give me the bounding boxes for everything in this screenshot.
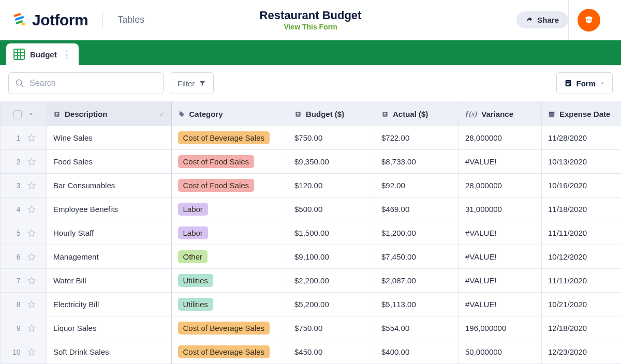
cell-category[interactable]: Cost of Beverage Sales xyxy=(171,316,288,340)
row-select-cell[interactable]: 2 xyxy=(1,150,47,174)
cell-description[interactable]: Water Bill xyxy=(47,269,171,293)
cell-category[interactable]: Other xyxy=(171,245,288,269)
cell-actual[interactable]: $92.00 xyxy=(375,174,459,198)
cell-actual[interactable]: $7,450.00 xyxy=(375,245,459,269)
cell-budget[interactable]: $5,200.00 xyxy=(288,293,375,316)
star-icon[interactable] xyxy=(27,205,36,214)
filter-button[interactable]: Filter xyxy=(170,72,214,94)
cell-description[interactable]: Food Sales xyxy=(47,150,171,174)
star-icon[interactable] xyxy=(27,157,36,166)
table-row[interactable]: 8Electricity BillUtilities$5,200.00$5,11… xyxy=(1,293,622,316)
table-row[interactable]: 1Wine SalesCost of Beverage Sales$750.00… xyxy=(1,126,622,150)
cell-date[interactable]: 12/18/2020 xyxy=(542,316,622,340)
table-row[interactable]: 2Food SalesCost of Food Sales$9,350.00$8… xyxy=(1,150,622,174)
cell-variance[interactable]: 31,000000 xyxy=(459,198,542,221)
cell-category[interactable]: Labor xyxy=(171,198,288,221)
header-variance[interactable]: ƒ(x) Variance xyxy=(459,102,542,126)
cell-budget[interactable]: $9,100.00 xyxy=(288,245,375,269)
cell-description[interactable]: Management xyxy=(47,245,171,269)
row-select-cell[interactable]: 6 xyxy=(1,245,47,269)
cell-date[interactable]: 12/23/2020 xyxy=(542,340,622,364)
cell-budget[interactable]: $9,350.00 xyxy=(288,150,375,174)
star-icon[interactable] xyxy=(27,252,36,262)
cell-category[interactable]: Labor xyxy=(171,221,288,245)
cell-date[interactable]: 11/11/2020 xyxy=(542,269,622,293)
header-category[interactable]: Category xyxy=(171,102,288,126)
table-row[interactable]: 10Soft Drink SalesCost of Beverage Sales… xyxy=(1,340,622,364)
cell-category[interactable]: Utilities xyxy=(171,269,288,293)
table-row[interactable]: 5Hourly StaffLabor$1,500.00$1,200.00#VAL… xyxy=(1,221,622,245)
cell-date[interactable]: 10/21/2020 xyxy=(542,293,622,316)
cell-actual[interactable]: $722.00 xyxy=(375,126,459,150)
table-row[interactable]: 3Bar ConsumablesCost of Food Sales$120.0… xyxy=(1,174,622,198)
avatar[interactable] xyxy=(578,9,600,32)
star-icon[interactable] xyxy=(27,229,36,238)
star-icon[interactable] xyxy=(27,133,36,143)
cell-variance[interactable]: 28,000000 xyxy=(459,174,542,198)
header-actual[interactable]: T Actual ($) xyxy=(375,102,459,126)
star-icon[interactable] xyxy=(27,347,36,357)
cell-date[interactable]: 11/18/2020 xyxy=(542,198,622,221)
cell-date[interactable]: 10/16/2020 xyxy=(542,174,622,198)
cell-actual[interactable]: $554.00 xyxy=(375,316,459,340)
cell-actual[interactable]: $2,087.00 xyxy=(375,269,459,293)
header-select[interactable] xyxy=(1,102,47,126)
cell-budget[interactable]: $450.00 xyxy=(288,340,375,364)
cell-variance[interactable]: 196,000000 xyxy=(459,316,542,340)
cell-budget[interactable]: $750.00 xyxy=(288,126,375,150)
cell-budget[interactable]: $120.00 xyxy=(288,174,375,198)
cell-actual[interactable]: $5,113.00 xyxy=(375,293,459,316)
tab-budget[interactable]: Budget ⋮ xyxy=(6,43,79,65)
cell-budget[interactable]: $500.00 xyxy=(288,198,375,221)
cell-variance[interactable]: #VALUE! xyxy=(459,293,542,316)
cell-description[interactable]: Employee Benefits xyxy=(47,198,171,221)
cell-variance[interactable]: #VALUE! xyxy=(459,150,542,174)
cell-date[interactable]: 10/12/2020 xyxy=(542,245,622,269)
checkbox-icon[interactable] xyxy=(13,110,22,118)
header-expense-date[interactable]: Expense Date xyxy=(542,102,622,126)
cell-variance[interactable]: #VALUE! xyxy=(459,221,542,245)
cell-description[interactable]: Electricity Bill xyxy=(47,293,171,316)
cell-description[interactable]: Wine Sales xyxy=(47,126,171,150)
header-budget[interactable]: T Budget ($) xyxy=(288,102,375,126)
table-row[interactable]: 6ManagementOther$9,100.00$7,450.00#VALUE… xyxy=(1,245,622,269)
cell-actual[interactable]: $469.00 xyxy=(375,198,459,221)
cell-date[interactable]: 11/28/2020 xyxy=(542,126,622,150)
row-select-cell[interactable]: 8 xyxy=(1,293,47,316)
row-select-cell[interactable]: 1 xyxy=(1,126,47,150)
cell-variance[interactable]: 28,000000 xyxy=(459,126,542,150)
star-icon[interactable] xyxy=(27,276,36,285)
row-select-cell[interactable]: 5 xyxy=(1,221,47,245)
star-icon[interactable] xyxy=(27,324,36,333)
chevron-down-icon[interactable] xyxy=(28,111,34,117)
row-select-cell[interactable]: 4 xyxy=(1,198,47,221)
cell-budget[interactable]: $750.00 xyxy=(288,316,375,340)
cell-category[interactable]: Cost of Food Sales xyxy=(171,174,288,198)
search-box[interactable] xyxy=(8,72,164,94)
brand-section[interactable]: Tables xyxy=(117,14,144,25)
cell-category[interactable]: Cost of Beverage Sales xyxy=(171,340,288,364)
table-row[interactable]: 7Water BillUtilities$2,200.00$2,087.00#V… xyxy=(1,269,622,293)
cell-category[interactable]: Utilities xyxy=(171,293,288,316)
header-description[interactable]: T Description xyxy=(47,102,171,126)
cell-category[interactable]: Cost of Beverage Sales xyxy=(171,126,288,150)
cell-budget[interactable]: $2,200.00 xyxy=(288,269,375,293)
cell-description[interactable]: Liquor Sales xyxy=(47,316,171,340)
cell-description[interactable]: Bar Consumables xyxy=(47,174,171,198)
cell-actual[interactable]: $400.00 xyxy=(375,340,459,364)
view-form-link[interactable]: View This Form xyxy=(284,23,337,31)
cell-category[interactable]: Cost of Food Sales xyxy=(171,150,288,174)
star-icon[interactable] xyxy=(27,181,36,190)
cell-actual[interactable]: $1,200.00 xyxy=(375,221,459,245)
search-input[interactable] xyxy=(29,79,157,88)
form-view-button[interactable]: Form xyxy=(556,72,613,94)
row-select-cell[interactable]: 9 xyxy=(1,316,47,340)
row-select-cell[interactable]: 3 xyxy=(1,174,47,198)
pin-icon[interactable] xyxy=(158,111,165,117)
brand-logo[interactable]: Jotform xyxy=(12,11,88,29)
share-button[interactable]: Share xyxy=(516,11,568,28)
cell-variance[interactable]: #VALUE! xyxy=(459,245,542,269)
cell-budget[interactable]: $1,500.00 xyxy=(288,221,375,245)
cell-description[interactable]: Soft Drink Sales xyxy=(47,340,171,364)
cell-date[interactable]: 11/11/2020 xyxy=(542,221,622,245)
